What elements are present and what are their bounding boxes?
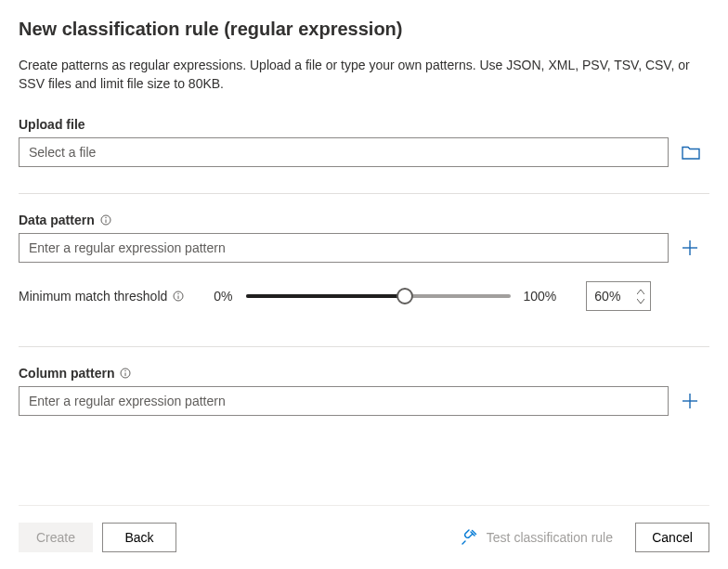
slider-thumb[interactable] bbox=[396, 288, 413, 304]
column-pattern-input[interactable] bbox=[19, 386, 669, 416]
info-icon[interactable] bbox=[173, 291, 184, 302]
divider bbox=[19, 193, 709, 194]
info-icon[interactable] bbox=[100, 214, 111, 226]
svg-point-10 bbox=[125, 370, 126, 371]
threshold-slider[interactable] bbox=[246, 287, 511, 305]
chevron-down-icon[interactable] bbox=[635, 296, 646, 305]
upload-file-field[interactable]: Select a file bbox=[19, 137, 669, 167]
test-rule-label: Test classification rule bbox=[487, 530, 613, 545]
threshold-label: Minimum match threshold bbox=[19, 289, 184, 304]
threshold-min-label: 0% bbox=[214, 289, 232, 304]
page-description: Create patterns as regular expressions. … bbox=[19, 57, 696, 93]
cancel-button[interactable]: Cancel bbox=[635, 523, 709, 552]
back-button[interactable]: Back bbox=[102, 523, 176, 552]
svg-point-2 bbox=[105, 217, 106, 218]
folder-icon[interactable] bbox=[682, 144, 700, 161]
plug-icon bbox=[461, 529, 477, 546]
page-title: New classification rule (regular express… bbox=[19, 19, 709, 40]
create-button[interactable]: Create bbox=[19, 523, 93, 552]
plus-icon[interactable] bbox=[682, 393, 698, 409]
plus-icon[interactable] bbox=[682, 239, 698, 256]
threshold-spinbox[interactable]: 60% bbox=[586, 281, 651, 311]
upload-file-label: Upload file bbox=[19, 117, 709, 132]
column-pattern-label: Column pattern bbox=[19, 366, 709, 381]
data-pattern-input[interactable] bbox=[19, 233, 669, 263]
test-rule-link[interactable]: Test classification rule bbox=[461, 529, 613, 546]
svg-point-7 bbox=[178, 293, 179, 294]
info-icon[interactable] bbox=[120, 368, 131, 379]
threshold-value: 60% bbox=[594, 289, 620, 304]
divider bbox=[19, 346, 709, 347]
upload-file-placeholder: Select a file bbox=[29, 145, 96, 160]
threshold-max-label: 100% bbox=[524, 289, 557, 304]
data-pattern-label: Data pattern bbox=[19, 213, 709, 227]
footer-bar: Create Back Test classification rule Can… bbox=[19, 505, 709, 569]
chevron-up-icon[interactable] bbox=[635, 287, 646, 296]
